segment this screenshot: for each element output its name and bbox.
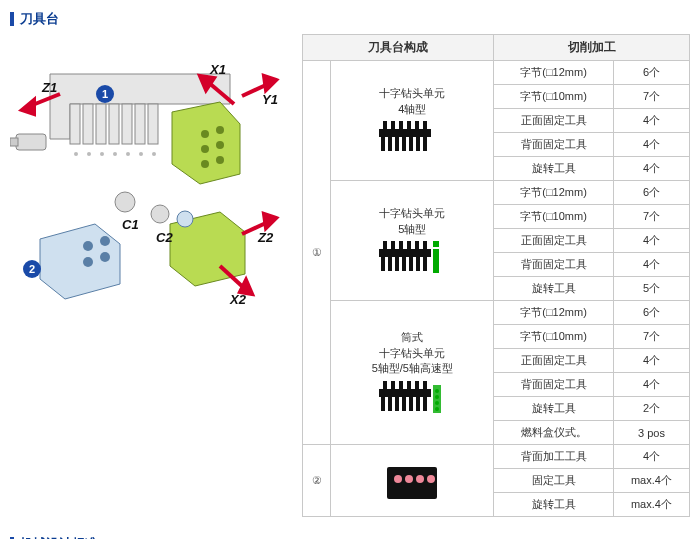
svg-text:Z1: Z1: [41, 80, 57, 95]
spec-value: 7个: [613, 325, 689, 349]
svg-point-101: [394, 475, 402, 483]
svg-text:C2: C2: [156, 230, 173, 245]
spec-value: 6个: [613, 181, 689, 205]
svg-rect-69: [402, 257, 406, 271]
svg-point-98: [435, 401, 439, 405]
config-title-line: 5轴型: [335, 222, 489, 237]
svg-rect-63: [415, 121, 419, 129]
spec-name: 背面加工工具: [494, 445, 614, 469]
svg-rect-70: [409, 257, 413, 271]
svg-rect-58: [423, 137, 427, 151]
spec-name: 字节(□12mm): [494, 301, 614, 325]
spindle-icon: [10, 134, 46, 150]
config-title-line: 十字钻头单元: [335, 346, 489, 361]
svg-point-15: [201, 130, 209, 138]
svg-rect-84: [395, 397, 399, 411]
svg-point-97: [435, 395, 439, 399]
table-row: 筒式十字钻头单元5轴型/5轴高速型 字节(□12mm)6个: [303, 301, 690, 325]
svg-text:X2: X2: [229, 292, 247, 307]
spec-name: 正面固定工具: [494, 349, 614, 373]
svg-rect-90: [391, 381, 395, 389]
svg-point-13: [152, 152, 156, 156]
spec-name: 正面固定工具: [494, 229, 614, 253]
svg-text:Y1: Y1: [262, 92, 278, 107]
svg-rect-57: [416, 137, 420, 151]
config-mini-icon: [335, 463, 489, 503]
config-mini-icon: [335, 241, 489, 275]
spec-value: 4个: [613, 229, 689, 253]
svg-rect-67: [388, 257, 392, 271]
knob-c2-icon: [151, 205, 169, 223]
svg-rect-78: [423, 241, 427, 249]
green-unit2-icon: [170, 211, 245, 286]
knob-c1-icon: [115, 192, 135, 212]
config-cell: 十字钻头单元5轴型: [331, 181, 494, 301]
title-bar-icon: [10, 12, 14, 26]
svg-rect-100: [387, 467, 437, 499]
svg-rect-60: [391, 121, 395, 129]
svg-rect-55: [402, 137, 406, 151]
header-machining: 切削加工: [494, 35, 690, 61]
table-row: 十字钻头单元5轴型 字节(□12mm)6个: [303, 181, 690, 205]
tool-platform-diagram: 1 2 Z1 X1 Y1 C1 C2 Z2 X2: [10, 34, 292, 314]
header-config: 刀具台构成: [303, 35, 494, 61]
svg-point-18: [216, 141, 224, 149]
svg-rect-66: [381, 257, 385, 271]
svg-rect-93: [415, 381, 419, 389]
config-title-line: 4轴型: [335, 102, 489, 117]
config-cell: 十字钻头单元4轴型: [331, 61, 494, 181]
svg-rect-4: [122, 104, 132, 144]
svg-rect-80: [433, 241, 439, 247]
section-title-text: 刀具台: [20, 10, 59, 28]
svg-point-99: [435, 407, 439, 411]
svg-point-16: [216, 126, 224, 134]
svg-rect-91: [399, 381, 403, 389]
config-cell: [331, 445, 494, 517]
svg-point-24: [83, 257, 93, 267]
spec-value: 2个: [613, 397, 689, 421]
config-mini-icon: [335, 381, 489, 415]
svg-rect-65: [379, 249, 431, 257]
spec-value: 4个: [613, 445, 689, 469]
blue-unit-icon: [40, 224, 120, 299]
svg-point-20: [216, 156, 224, 164]
spec-name: 旋转工具: [494, 157, 614, 181]
config-title-line: 筒式: [335, 330, 489, 345]
svg-point-23: [100, 236, 110, 246]
svg-point-10: [113, 152, 117, 156]
svg-rect-28: [16, 134, 46, 150]
table-row: ② 背面加工工具4个: [303, 445, 690, 469]
svg-point-11: [126, 152, 130, 156]
spec-name: 旋转工具: [494, 397, 614, 421]
spec-value: 4个: [613, 109, 689, 133]
svg-rect-3: [109, 104, 119, 144]
svg-point-7: [74, 152, 78, 156]
spec-name: 旋转工具: [494, 277, 614, 301]
spec-value: 4个: [613, 157, 689, 181]
svg-rect-29: [10, 138, 18, 146]
spec-value: 7个: [613, 85, 689, 109]
svg-rect-52: [381, 137, 385, 151]
svg-rect-88: [423, 397, 427, 411]
config-title-line: 十字钻头单元: [335, 86, 489, 101]
svg-marker-37: [264, 214, 276, 228]
svg-rect-74: [391, 241, 395, 249]
svg-rect-75: [399, 241, 403, 249]
svg-rect-68: [395, 257, 399, 271]
svg-text:2: 2: [29, 263, 35, 275]
spec-value: 4个: [613, 133, 689, 157]
svg-point-12: [139, 152, 143, 156]
svg-rect-61: [399, 121, 403, 129]
svg-rect-5: [135, 104, 145, 144]
spec-name: 旋转工具: [494, 493, 614, 517]
group-index: ②: [303, 445, 331, 517]
svg-rect-2: [96, 104, 106, 144]
spec-table: 刀具台构成 切削加工 ①十字钻头单元4轴型 字节(□12mm)6个字节(□10m…: [302, 34, 690, 517]
spec-value: 3 pos: [613, 421, 689, 445]
svg-rect-94: [423, 381, 427, 389]
spec-name: 背面固定工具: [494, 133, 614, 157]
svg-rect-71: [416, 257, 420, 271]
svg-rect-81: [379, 389, 431, 397]
spec-name: 燃料盒仪式。: [494, 421, 614, 445]
svg-rect-56: [409, 137, 413, 151]
